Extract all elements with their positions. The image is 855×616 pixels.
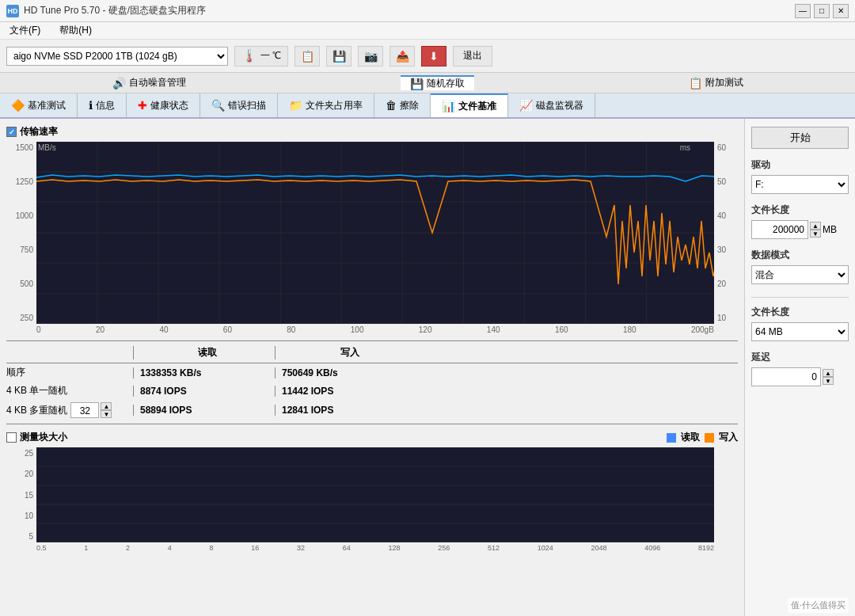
unit-left-label: MB/s (38, 143, 56, 152)
file-length-label: 文件长度 (751, 203, 849, 217)
write-legend-dot (705, 433, 714, 443)
benchmark-icon: 🔶 (11, 99, 25, 112)
delay-section: 延迟 ▲ ▼ (751, 351, 849, 386)
x-label-2: 40 (159, 325, 168, 334)
x-label-9: 180 (623, 325, 636, 334)
right-panel: 开始 驱动 F: 文件长度 ▲ ▼ MB 数据模式 混合 (744, 119, 855, 616)
result-read-1: 8874 IOPS (133, 386, 276, 397)
bx-3: 4 (168, 544, 172, 552)
transfer-checkbox[interactable]: ✓ (6, 127, 17, 137)
result-write-0: 750649 KB/s (276, 367, 418, 378)
tab-benchmark-label: 基准测试 (28, 99, 66, 112)
transfer-title: 传输速率 (20, 125, 58, 139)
watermark: 值·什么值得买 (788, 598, 849, 613)
left-panel: ✓ 传输速率 1500 1250 1000 750 500 250 (0, 119, 744, 616)
file-benchmark-icon: 📊 (442, 100, 455, 112)
window-controls: — □ ✕ (795, 4, 849, 18)
tab-health[interactable]: ✚ 健康状态 (127, 93, 200, 117)
close-button[interactable]: ✕ (833, 4, 849, 18)
block-size-title: 测量块大小 (20, 431, 67, 444)
delay-up[interactable]: ▲ (823, 369, 834, 377)
block-size-section: 测量块大小 读取 写入 25 20 15 10 5 (6, 431, 738, 552)
result-write-1: 11442 IOPS (276, 386, 418, 397)
erase-icon: 🗑 (386, 99, 397, 112)
data-mode-dropdown[interactable]: 混合 (751, 265, 849, 284)
x-label-8: 160 (555, 325, 568, 334)
temperature-button[interactable]: 🌡️ 一 ℃ (234, 46, 288, 67)
delay-input[interactable] (751, 367, 821, 386)
scan-icon: 🔍 (211, 99, 225, 112)
tab-erase[interactable]: 🗑 擦除 (374, 93, 431, 117)
file-length-input-row: ▲ ▼ MB (751, 220, 849, 239)
bx-4: 8 (209, 544, 213, 552)
drive-dropdown[interactable]: F: (751, 175, 849, 194)
tab-file-benchmark[interactable]: 📊 文件基准 (431, 93, 508, 117)
x-label-10: 200gB (691, 325, 714, 334)
menu-help[interactable]: 帮助(H) (56, 22, 95, 39)
block-size-label: 测量块大小 读取 写入 (6, 431, 738, 444)
result-label-2: 4 KB 多重随机 32 ▲ ▼ (6, 402, 133, 418)
drive-select[interactable]: aigo NVMe SSD P2000 1TB (1024 gB) (6, 47, 228, 66)
toolbar-icon-3[interactable]: 📷 (358, 46, 383, 67)
menu-file[interactable]: 文件(F) (6, 22, 44, 39)
col-write-header: 写入 (276, 346, 418, 359)
bx-7: 64 (343, 544, 351, 552)
y-right-4: 20 (717, 279, 738, 288)
block-y-2: 15 (6, 491, 33, 500)
tab-error-scan[interactable]: 🔍 错误扫描 (200, 93, 278, 117)
file-length-input[interactable] (751, 220, 808, 239)
tab-info[interactable]: ℹ 信息 (78, 93, 127, 117)
tab-folder-label: 文件夹占用率 (306, 99, 363, 112)
y-axis-left: 1500 1250 1000 750 500 250 (6, 142, 36, 324)
tab-info-label: 信息 (96, 99, 115, 112)
toolbar-icon-1[interactable]: 📋 (294, 46, 320, 67)
transfer-label: ✓ 传输速率 (6, 125, 738, 139)
folder-icon: 📁 (289, 99, 302, 112)
toolbar-icon-4[interactable]: 📤 (390, 46, 415, 67)
x-label-5: 100 (351, 325, 364, 334)
section-random: 💾 随机存取 (401, 75, 474, 90)
tab-disk-monitor-label: 磁盘监视器 (536, 99, 583, 112)
start-button[interactable]: 开始 (751, 127, 849, 149)
y-label-1: 1250 (6, 177, 33, 186)
spinner-down[interactable]: ▼ (101, 410, 112, 418)
exit-button[interactable]: 退出 (453, 46, 492, 67)
block-size-checkbox[interactable] (6, 432, 17, 443)
transfer-section: ✓ 传输速率 1500 1250 1000 750 500 250 (6, 125, 738, 334)
tab-benchmark[interactable]: 🔶 基准测试 (0, 93, 78, 117)
col-label-header (6, 346, 133, 359)
delay-down[interactable]: ▼ (823, 377, 834, 385)
temp-label: 一 ℃ (260, 49, 281, 63)
toolbar-icon-2[interactable]: 💾 (326, 46, 352, 67)
spinner-up[interactable]: ▲ (101, 402, 112, 410)
result-row-2: 4 KB 多重随机 32 ▲ ▼ 58894 IOPS 12841 IOPS (6, 400, 738, 420)
result-write-2: 12841 IOPS (276, 405, 418, 416)
file-length-down[interactable]: ▼ (810, 230, 821, 238)
file-length-up[interactable]: ▲ (810, 222, 821, 230)
tab-disk-monitor[interactable]: 📈 磁盘监视器 (508, 93, 595, 117)
block-legend: 读取 写入 (667, 431, 738, 444)
y-label-2: 1000 (6, 211, 33, 220)
toolbar-icon-5[interactable]: ⬇ (421, 46, 446, 67)
tab-folder[interactable]: 📁 文件夹占用率 (278, 93, 374, 117)
minimize-button[interactable]: — (795, 4, 811, 18)
write-legend-label: 写入 (719, 431, 738, 444)
tab-file-benchmark-label: 文件基准 (458, 100, 496, 113)
delay-spinner: ▲ ▼ (823, 369, 834, 385)
block-file-length-dropdown[interactable]: 64 MB (751, 322, 849, 341)
x-label-4: 80 (287, 325, 295, 334)
block-y-4: 5 (6, 532, 33, 541)
tab-health-label: 健康状态 (150, 99, 188, 112)
spinner-value[interactable]: 32 (70, 402, 99, 418)
y-axis-right: 60 50 40 30 20 10 (714, 142, 738, 324)
bx-14: 8192 (698, 544, 714, 552)
transfer-chart-area: 1500 1250 1000 750 500 250 MB/s ms (6, 142, 738, 334)
bx-11: 1024 (538, 544, 553, 552)
y-right-1: 50 (717, 177, 738, 186)
block-chart-svg (36, 447, 714, 542)
x-axis-labels: 0 20 40 60 80 100 120 140 160 180 200gB (6, 325, 738, 334)
spinner-input: 32 ▲ ▼ (70, 402, 112, 418)
x-label-0: 0 (36, 325, 41, 334)
label-text-2: 4 KB 多重随机 (6, 404, 67, 417)
maximize-button[interactable]: □ (814, 4, 830, 18)
